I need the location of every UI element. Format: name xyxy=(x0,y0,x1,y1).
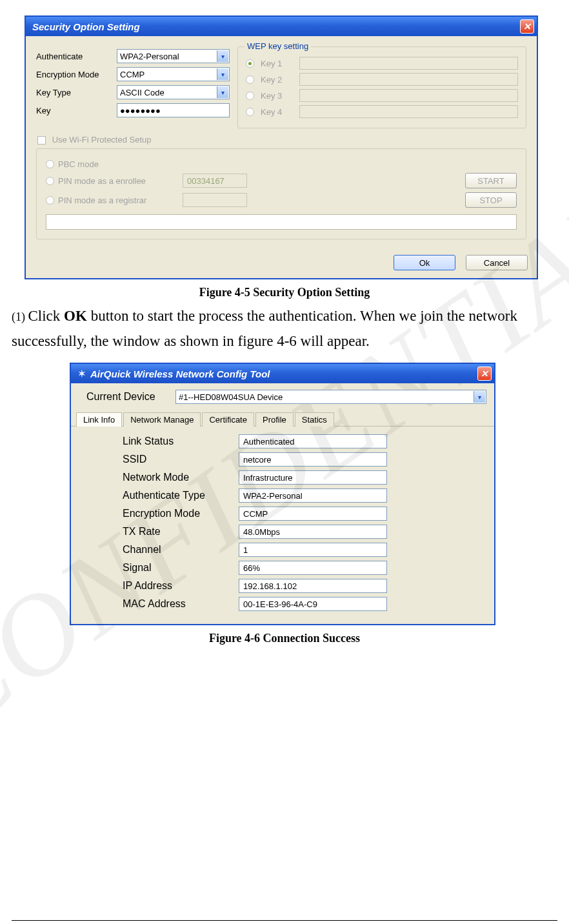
config-tool-window: ✶ AirQuick Wireless Network Config Tool … xyxy=(70,363,495,625)
pin-input: 00334167 xyxy=(183,174,247,188)
label-signal: Signal xyxy=(123,562,239,574)
ok-button[interactable]: Ok xyxy=(394,255,455,270)
security-fields: Authenticate WPA2-Personal ▾ Encryption … xyxy=(36,45,230,121)
window-title: Security Option Setting xyxy=(32,21,140,32)
label-ssid: SSID xyxy=(123,454,239,465)
pin-value: 00334167 xyxy=(187,176,225,186)
tab-statics[interactable]: Statics xyxy=(295,412,334,427)
label-keytype: Key Type xyxy=(36,88,117,97)
pin-registrar-input xyxy=(183,193,247,207)
cancel-button[interactable]: Cancel xyxy=(466,255,528,270)
wep-key2-field xyxy=(299,73,518,86)
link-info-panel: Link StatusAuthenticated SSIDnetcore Net… xyxy=(71,427,494,624)
label-link-status: Link Status xyxy=(123,436,239,447)
label-encryption: Encryption Mode xyxy=(123,508,239,519)
tab-certificate[interactable]: Certificate xyxy=(202,412,254,427)
titlebar: Security Option Setting ✕ xyxy=(26,17,537,36)
value-channel: 1 xyxy=(239,543,387,557)
wps-pin-registrar-label: PIN mode as a registrar xyxy=(58,196,146,205)
progressbar xyxy=(46,214,517,230)
label-mac: MAC Address xyxy=(123,598,239,610)
wps-groupbox: PBC mode PIN mode as a enrollee 00334167… xyxy=(36,148,526,239)
text-post: button to start the process the authenti… xyxy=(12,308,517,349)
radio-icon xyxy=(246,75,254,84)
window-title: AirQuick Wireless Network Config Tool xyxy=(90,368,270,379)
text-bold: OK xyxy=(64,308,87,324)
wep-key3-field xyxy=(299,89,518,102)
figure-caption-2: Figure 4-6 Connection Success xyxy=(12,632,557,645)
tab-profile[interactable]: Profile xyxy=(255,412,294,427)
label-authenticate: Authenticate xyxy=(36,52,117,61)
wps-checkbox-label: Use Wi-Fi Protected Setup xyxy=(52,135,152,145)
value-link-status: Authenticated xyxy=(239,434,387,448)
wep-key4-label: Key 4 xyxy=(261,107,293,117)
page-footer: CEC Huada Electronic Design Co., Ltd 26 xyxy=(12,920,557,924)
radio-icon xyxy=(246,92,254,100)
chevron-down-icon: ▾ xyxy=(217,68,228,80)
tab-link-info[interactable]: Link Info xyxy=(76,412,122,427)
current-device-select[interactable]: #1--HED08W04SUA Device ▾ xyxy=(175,390,486,404)
start-button: START xyxy=(465,173,517,188)
wep-key3-label: Key 3 xyxy=(261,91,293,101)
label-network-mode: Network Mode xyxy=(123,472,239,483)
star-icon: ✶ xyxy=(77,369,86,378)
close-icon[interactable]: ✕ xyxy=(520,19,534,34)
radio-icon xyxy=(246,108,254,116)
titlebar: ✶ AirQuick Wireless Network Config Tool … xyxy=(71,364,494,383)
key-input[interactable]: ●●●●●●●● xyxy=(117,103,230,117)
value-signal: 66% xyxy=(239,561,387,575)
current-device-label: Current Device xyxy=(86,391,164,403)
security-window: Security Option Setting ✕ Authenticate W… xyxy=(25,15,538,279)
keytype-value: ASCII Code xyxy=(120,88,165,97)
radio-icon xyxy=(246,59,254,68)
wps-checkbox-row: Use Wi-Fi Protected Setup xyxy=(37,135,526,145)
text-pre: Click xyxy=(28,308,65,324)
value-network-mode: Infrastructure xyxy=(239,470,387,485)
wep-key1-label: Key 1 xyxy=(261,59,293,68)
label-ip: IP Address xyxy=(123,580,239,592)
encryption-select[interactable]: CCMP ▾ xyxy=(117,67,230,81)
key-value: ●●●●●●●● xyxy=(120,106,161,115)
value-ip: 192.168.1.102 xyxy=(239,579,387,593)
value-ssid: netcore xyxy=(239,452,387,467)
value-tx-rate: 48.0Mbps xyxy=(239,525,387,539)
body-paragraph: (1) Click OK button to start the process… xyxy=(12,303,557,354)
wep-legend: WEP key setting xyxy=(245,41,311,51)
chevron-down-icon: ▾ xyxy=(217,86,228,98)
list-number: (1) xyxy=(12,310,28,323)
radio-icon xyxy=(46,177,54,185)
label-key: Key xyxy=(36,106,117,115)
close-icon[interactable]: ✕ xyxy=(477,367,492,381)
wep-key4-field xyxy=(299,105,518,118)
figure-caption-1: Figure 4-5 Security Option Setting xyxy=(12,286,557,299)
authenticate-value: WPA2-Personal xyxy=(120,52,179,61)
wps-pin-enrollee-label: PIN mode as a enrollee xyxy=(58,176,146,186)
chevron-down-icon: ▾ xyxy=(474,391,485,403)
radio-icon xyxy=(46,160,54,168)
radio-icon xyxy=(46,196,54,205)
label-channel: Channel xyxy=(123,544,239,556)
dialog-footer: Ok Cancel xyxy=(26,248,537,278)
tab-network-manage[interactable]: Network Manage xyxy=(123,412,201,427)
value-auth-type: WPA2-Personal xyxy=(239,488,387,503)
value-encryption: CCMP xyxy=(239,507,387,521)
stop-button: STOP xyxy=(465,192,517,208)
wep-key1-field xyxy=(299,57,518,70)
wps-pbc-label: PBC mode xyxy=(58,159,99,169)
checkbox-icon xyxy=(37,136,46,145)
value-mac: 00-1E-E3-96-4A-C9 xyxy=(239,597,387,611)
label-encryption: Encryption Mode xyxy=(36,70,117,79)
encryption-value: CCMP xyxy=(120,70,145,79)
label-tx-rate: TX Rate xyxy=(123,526,239,537)
wep-groupbox: WEP key setting Key 1 Key 2 Key 3 xyxy=(237,46,526,128)
tab-strip: Link Info Network Manage Certificate Pro… xyxy=(71,412,494,427)
authenticate-select[interactable]: WPA2-Personal ▾ xyxy=(117,49,230,63)
chevron-down-icon: ▾ xyxy=(217,50,228,62)
current-device-value: #1--HED08W04SUA Device xyxy=(179,392,283,402)
wep-key2-label: Key 2 xyxy=(261,75,293,85)
label-auth-type: Authenticate Type xyxy=(123,490,239,501)
keytype-select[interactable]: ASCII Code ▾ xyxy=(117,85,230,99)
